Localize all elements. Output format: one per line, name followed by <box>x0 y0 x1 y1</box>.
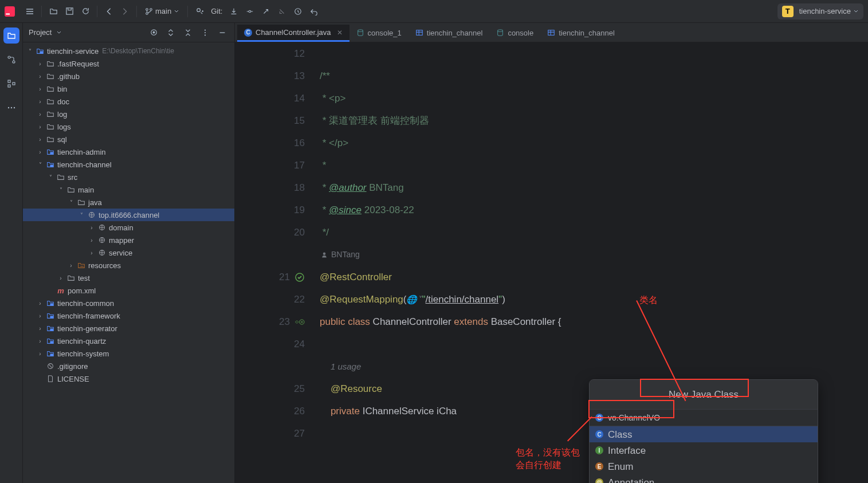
tree-item[interactable]: ›service <box>23 246 234 259</box>
editor-area: CChannelController.java✕console_1tienchi… <box>235 23 868 483</box>
svg-rect-30 <box>50 316 53 318</box>
popup-option[interactable]: @Annotation <box>590 474 818 483</box>
git-commit-icon[interactable] <box>242 3 258 19</box>
tree-item[interactable]: ›resources <box>23 259 234 272</box>
tree-item[interactable]: ›tienchin-admin <box>23 146 234 158</box>
svg-point-9 <box>8 56 10 58</box>
settings-icon[interactable] <box>199 26 211 39</box>
tree-item[interactable]: .gitignore <box>23 360 234 372</box>
svg-point-35 <box>358 30 363 32</box>
tree-item[interactable]: mpom.xml <box>23 284 234 297</box>
class-name-input[interactable] <box>608 413 812 422</box>
code-editor[interactable]: 12131415161718192021222324252627 /** * <… <box>235 42 868 483</box>
project-panel: Project ˅tienchin-serviceE:\Desktop\Tien… <box>23 23 235 483</box>
svg-rect-11 <box>8 80 10 83</box>
tree-item[interactable]: ›tienchin-framework <box>23 309 234 322</box>
tree-item[interactable]: ˅java <box>23 196 234 209</box>
branch-name: main <box>155 7 171 15</box>
project-panel-header: Project <box>23 23 234 42</box>
class-icon: C <box>595 414 603 422</box>
svg-point-10 <box>13 61 15 63</box>
back-icon[interactable] <box>101 3 117 19</box>
svg-rect-24 <box>50 165 53 167</box>
svg-point-6 <box>197 9 201 12</box>
svg-rect-36 <box>417 30 423 36</box>
select-opened-file-icon[interactable] <box>147 26 160 39</box>
popup-title: New Java Class <box>590 380 818 410</box>
chevron-down-icon <box>174 9 179 14</box>
project-tool-icon[interactable] <box>3 28 19 44</box>
svg-point-3 <box>146 8 148 10</box>
branch-icon <box>145 7 153 15</box>
expand-all-icon[interactable] <box>164 26 177 39</box>
svg-rect-1 <box>6 13 10 14</box>
minimize-icon[interactable] <box>216 26 229 39</box>
collapse-all-icon[interactable] <box>182 26 194 39</box>
tree-item[interactable]: ˅main <box>23 183 234 196</box>
editor-tab[interactable]: tienchin_channel <box>540 25 622 42</box>
vcs-update-icon[interactable] <box>191 3 207 19</box>
svg-point-20 <box>205 32 206 33</box>
tree-item[interactable]: ›tienchin-system <box>23 347 234 360</box>
editor-tab[interactable]: CChannelController.java✕ <box>237 25 349 42</box>
tree-item[interactable]: ›doc <box>23 95 234 108</box>
tree-item[interactable]: ›tienchin-common <box>23 297 234 309</box>
tree-item[interactable]: ›domain <box>23 221 234 234</box>
editor-tab[interactable]: console_1 <box>349 25 409 42</box>
tree-item[interactable]: LICENSE <box>23 372 234 385</box>
svg-point-37 <box>498 30 503 32</box>
svg-point-21 <box>205 34 206 36</box>
forward-icon[interactable] <box>117 3 133 19</box>
tree-item[interactable]: ›sql <box>23 133 234 146</box>
tree-item[interactable]: ˅tienchin-channel <box>23 158 234 171</box>
svg-rect-22 <box>40 52 42 53</box>
structure-tool-icon[interactable] <box>3 76 19 92</box>
git-rollback-icon[interactable] <box>274 3 290 19</box>
svg-rect-12 <box>8 85 10 87</box>
chevron-down-icon <box>853 9 859 14</box>
svg-point-19 <box>205 29 206 30</box>
tool-window-rail <box>0 23 23 483</box>
editor-tab[interactable]: tienchin_channel <box>409 25 490 42</box>
tree-item[interactable]: ›test <box>23 272 234 284</box>
git-revert-icon[interactable] <box>306 3 322 19</box>
open-icon[interactable] <box>45 3 61 19</box>
tree-item[interactable]: ›.github <box>23 70 234 83</box>
close-icon[interactable]: ✕ <box>337 29 343 37</box>
vcs-tool-icon[interactable] <box>3 52 19 68</box>
tree-item[interactable]: ›.fastRequest <box>23 57 234 70</box>
svg-rect-0 <box>5 6 15 17</box>
svg-rect-2 <box>66 8 72 14</box>
main-toolbar: main Git: T tienchin-service <box>0 0 868 23</box>
editor-tab[interactable]: console <box>489 25 540 42</box>
project-tree[interactable]: ˅tienchin-serviceE:\Desktop\TienChin\tie… <box>23 42 234 483</box>
project-selector[interactable]: T tienchin-service <box>777 3 863 19</box>
tree-item[interactable]: ›log <box>23 108 234 120</box>
git-push-icon[interactable] <box>258 3 274 19</box>
tree-item[interactable]: ˅top.it6666.channel <box>23 209 234 221</box>
editor-tabs: CChannelController.java✕console_1tienchi… <box>235 23 868 42</box>
tree-item[interactable]: ›tienchin-quartz <box>23 335 234 347</box>
svg-rect-13 <box>13 83 15 85</box>
save-icon[interactable] <box>61 3 77 19</box>
project-name: tienchin-service <box>799 7 851 15</box>
sync-icon[interactable] <box>77 3 93 19</box>
project-panel-title: Project <box>29 28 52 37</box>
chevron-down-icon[interactable] <box>56 30 62 36</box>
tree-root[interactable]: ˅tienchin-serviceE:\Desktop\TienChin\tie <box>23 45 234 57</box>
git-branch-selector[interactable]: main <box>140 7 184 15</box>
tree-item[interactable]: ›bin <box>23 83 234 95</box>
tree-item[interactable]: ›logs <box>23 120 234 133</box>
tree-item[interactable]: ›mapper <box>23 234 234 246</box>
git-pull-icon[interactable] <box>226 3 242 19</box>
tree-item[interactable]: ˅src <box>23 171 234 183</box>
git-history-icon[interactable] <box>290 3 306 19</box>
popup-option-list: CClassIInterfaceEEnum@Annotation <box>590 426 818 483</box>
svg-rect-32 <box>50 341 53 343</box>
svg-point-7 <box>249 10 252 13</box>
more-tool-icon[interactable] <box>3 100 19 116</box>
intellij-logo-icon <box>5 6 15 17</box>
tree-item[interactable]: ›tienchin-generator <box>23 322 234 335</box>
main-menu-icon[interactable] <box>22 3 38 19</box>
svg-point-18 <box>153 32 155 33</box>
